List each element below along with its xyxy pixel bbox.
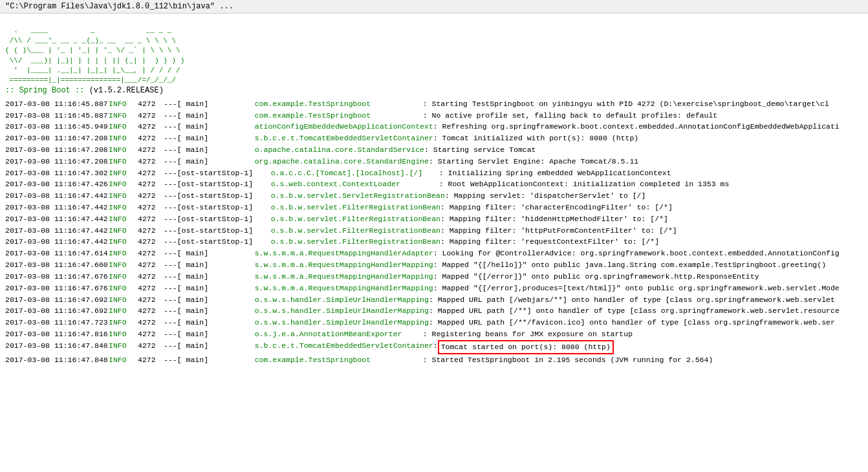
log-msg: : Mapping filter: 'requestContextFilter'… <box>440 236 659 248</box>
log-thread: [ main] <box>177 271 255 283</box>
log-sep: --- <box>164 317 177 328</box>
log-msg: : Starting Servlet Engine: Apache Tomcat… <box>429 156 638 167</box>
log-level: INFO <box>109 202 138 213</box>
log-date: 2017-03-08 11:16:45.887 <box>5 98 109 110</box>
log-msg: : Mapped URL path [/**/favicon.ico] onto… <box>429 317 835 328</box>
spring-banner: . ____ _ __ _ _ /\\ / ___'_ __ _ _(_)_ _… <box>5 16 863 86</box>
log-class: ationConfigEmbeddedWebApplicationContext <box>255 121 433 133</box>
log-level: INFO <box>109 213 138 225</box>
log-date: 2017-03-08 11:16:45.887 <box>5 110 109 122</box>
log-msg: : Mapped URL path [/webjars/**] onto han… <box>429 294 835 306</box>
log-pid: 4272 <box>138 305 164 317</box>
log-date: 2017-03-08 11:16:47.302 <box>5 167 109 179</box>
log-sep: --- <box>164 271 177 283</box>
log-date: 2017-03-08 11:16:47.660 <box>5 259 109 271</box>
log-class: s.w.s.m.m.a.RequestMappingHandlerMapping <box>255 259 433 271</box>
log-pid: 4272 <box>138 259 164 271</box>
log-thread: [ost-startStop-1] <box>177 236 271 248</box>
log-line: 2017-03-08 11:16:47.208 INFO 4272 --- [ … <box>5 144 863 156</box>
log-pid: 4272 <box>138 133 164 144</box>
log-level: INFO <box>109 98 138 110</box>
log-sep: --- <box>164 305 177 317</box>
log-line: 2017-03-08 11:16:47.614 INFO 4272 --- [ … <box>5 248 863 259</box>
log-date: 2017-03-08 11:16:45.949 <box>5 121 109 133</box>
log-class: s.b.c.e.t.TomcatEmbeddedServletContainer <box>255 340 433 354</box>
log-thread: [ost-startStop-1] <box>177 167 271 179</box>
log-date: 2017-03-08 11:16:47.692 <box>5 294 109 306</box>
log-thread: [ main] <box>177 248 255 259</box>
log-msg: : Registering beans for JMX exposure on … <box>423 328 633 340</box>
log-pid: 4272 <box>138 294 164 306</box>
log-line: 2017-03-08 11:16:47.816 INFO 4272 --- [ … <box>5 328 863 340</box>
log-pid: 4272 <box>138 121 164 133</box>
log-thread: [ main] <box>177 259 255 271</box>
log-line: 2017-03-08 11:16:47.723 INFO 4272 --- [ … <box>5 317 863 328</box>
log-class: o.a.c.c.C.[Tomcat].[localhost].[/] <box>271 167 439 179</box>
log-msg: : Mapped "{[/hello]}" onto public java.l… <box>433 259 826 271</box>
log-class: s.w.s.m.m.a.RequestMappingHandlerAdapter <box>255 248 433 259</box>
log-pid: 4272 <box>138 98 164 110</box>
log-class: o.s.w.s.handler.SimpleUrlHandlerMapping <box>255 305 429 317</box>
log-pid: 4272 <box>138 144 164 156</box>
log-level: INFO <box>109 144 138 156</box>
log-msg: : Mapped "{[/error]}" onto public org.sp… <box>433 271 759 283</box>
log-thread: [ main] <box>177 354 255 366</box>
log-line: 2017-03-08 11:16:47.442 INFO 4272 --- [o… <box>5 225 863 237</box>
log-line: 2017-03-08 11:16:47.426 INFO 4272 --- [o… <box>5 178 863 190</box>
log-level: INFO <box>109 110 138 122</box>
log-sep: --- <box>164 178 177 190</box>
log-msg: : Looking for @ControllerAdvice: org.spr… <box>433 248 840 259</box>
log-date: 2017-03-08 11:16:47.442 <box>5 236 109 248</box>
log-sep: --- <box>164 328 177 340</box>
log-sep: --- <box>164 283 177 294</box>
log-container: 2017-03-08 11:16:45.887 INFO 4272 --- [ … <box>5 98 863 366</box>
log-line: 2017-03-08 11:16:47.848 INFO 4272 --- [ … <box>5 354 863 366</box>
log-line: 2017-03-08 11:16:47.676 INFO 4272 --- [ … <box>5 271 863 283</box>
log-level: INFO <box>109 294 138 306</box>
log-date: 2017-03-08 11:16:47.676 <box>5 283 109 294</box>
log-msg-prefix: : <box>433 340 438 354</box>
log-thread: [ main] <box>177 317 255 328</box>
log-class: o.s.b.w.servlet.FilterRegistrationBean <box>271 236 440 248</box>
log-level: INFO <box>109 271 138 283</box>
log-pid: 4272 <box>138 354 164 366</box>
log-level: INFO <box>109 283 138 294</box>
log-pid: 4272 <box>138 213 164 225</box>
log-pid: 4272 <box>138 271 164 283</box>
log-level: INFO <box>109 178 138 190</box>
log-date: 2017-03-08 11:16:47.676 <box>5 271 109 283</box>
log-pid: 4272 <box>138 225 164 237</box>
title-text: "C:\Program Files\Java\jdk1.8.0_112\bin\… <box>5 2 233 11</box>
log-level: INFO <box>109 354 138 366</box>
log-thread: [ost-startStop-1] <box>177 213 271 225</box>
log-sep: --- <box>164 98 177 110</box>
log-class: o.s.web.context.ContextLoader <box>271 178 439 190</box>
log-class: com.example.TestSpringboot <box>255 354 423 366</box>
log-class: o.apache.catalina.core.StandardService <box>255 144 424 156</box>
log-line: 2017-03-08 11:16:47.848 INFO 4272 --- [ … <box>5 340 863 354</box>
log-pid: 4272 <box>138 236 164 248</box>
log-msg: : Mapping filter: 'httpPutFormContentFil… <box>440 225 677 237</box>
log-level: INFO <box>109 167 138 179</box>
log-class: o.s.b.w.servlet.FilterRegistrationBean <box>271 202 440 213</box>
log-thread: [ main] <box>177 294 255 306</box>
terminal-content[interactable]: . ____ _ __ _ _ /\\ / ___'_ __ _ _(_)_ _… <box>0 14 868 470</box>
log-pid: 4272 <box>138 156 164 167</box>
log-msg: : Started TestSpringboot in 2.195 second… <box>423 354 713 366</box>
log-thread: [ main] <box>177 156 255 167</box>
log-level: INFO <box>109 340 138 354</box>
log-sep: --- <box>164 202 177 213</box>
log-line: 2017-03-08 11:16:47.442 INFO 4272 --- [o… <box>5 202 863 213</box>
log-level: INFO <box>109 305 138 317</box>
log-sep: --- <box>164 213 177 225</box>
log-level: INFO <box>109 133 138 144</box>
log-msg: : Mapped "{[/error],produces=[text/html]… <box>433 283 840 294</box>
log-line: 2017-03-08 11:16:47.302 INFO 4272 --- [o… <box>5 167 863 179</box>
log-class: o.s.b.w.servlet.ServletRegistrationBean <box>271 190 445 202</box>
log-thread: [ost-startStop-1] <box>177 202 271 213</box>
log-class: com.example.TestSpringboot <box>255 98 423 110</box>
log-class: s.w.s.m.m.a.RequestMappingHandlerMapping <box>255 271 433 283</box>
log-line: 2017-03-08 11:16:47.692 INFO 4272 --- [ … <box>5 294 863 306</box>
log-line: 2017-03-08 11:16:47.208 INFO 4272 --- [ … <box>5 156 863 167</box>
log-line: 2017-03-08 11:16:45.887 INFO 4272 --- [ … <box>5 110 863 122</box>
